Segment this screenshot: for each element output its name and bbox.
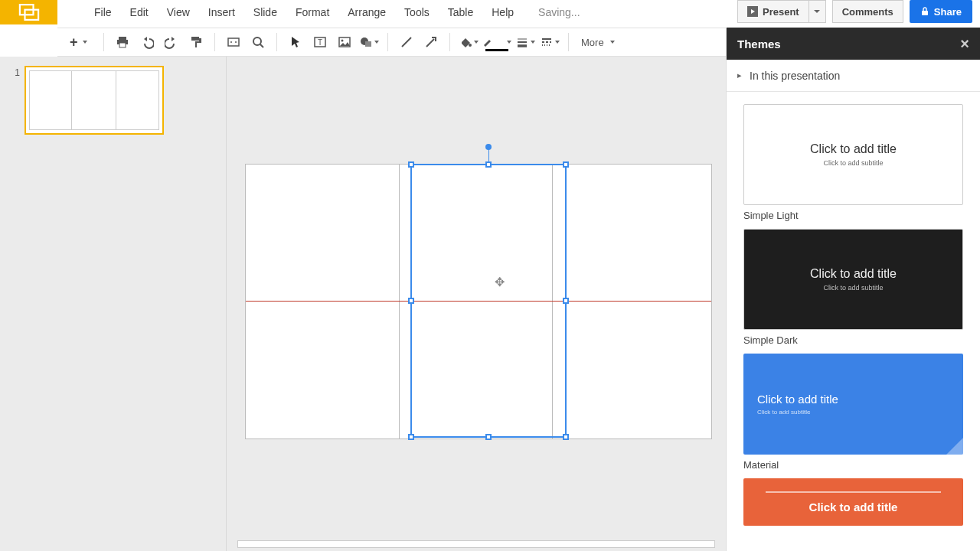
zoom-button[interactable] (247, 31, 269, 53)
menu-bar: File Edit View Insert Slide Format Arran… (85, 2, 523, 23)
paint-roller-icon (189, 35, 203, 49)
theme-preview-title: Click to add title (809, 500, 898, 514)
resize-handle-e[interactable] (563, 298, 569, 304)
svg-rect-6 (119, 43, 126, 47)
line-dash-button[interactable] (539, 31, 560, 53)
resize-handle-se[interactable] (563, 434, 569, 440)
undo-button[interactable] (136, 31, 158, 53)
pencil-icon (482, 35, 496, 49)
resize-handle-s[interactable] (485, 434, 492, 440)
menu-slide[interactable]: Slide (244, 2, 286, 23)
svg-point-16 (341, 40, 344, 42)
shape-icon (359, 35, 373, 49)
menu-help[interactable]: Help (482, 2, 523, 23)
svg-rect-4 (119, 37, 126, 40)
svg-rect-18 (365, 41, 371, 47)
resize-handle-ne[interactable] (563, 161, 569, 168)
new-slide-button[interactable]: + (65, 31, 96, 53)
theme-name: Simple Light (743, 205, 963, 221)
paint-format-button[interactable] (185, 31, 207, 53)
resize-handle-w[interactable] (408, 298, 414, 304)
menu-view[interactable]: View (158, 2, 199, 23)
chevron-down-icon (83, 41, 87, 44)
theme-preview-title: Click to add title (810, 142, 897, 156)
themes-title: Themes (737, 37, 781, 51)
theme-simple-light[interactable]: Click to add title Click to add subtitle… (743, 104, 963, 221)
chevron-down-icon (374, 41, 379, 44)
share-label: Share (934, 6, 962, 18)
menu-insert[interactable]: Insert (199, 2, 244, 23)
slide-canvas[interactable]: ✥ (227, 57, 726, 551)
resize-handle-sw[interactable] (408, 434, 414, 440)
arrow-icon (424, 35, 438, 49)
arrow-tool[interactable] (420, 31, 442, 53)
line-weight-button[interactable] (514, 31, 536, 53)
svg-rect-8 (228, 38, 239, 46)
chevron-down-icon (474, 41, 479, 44)
plus-icon: + (70, 34, 78, 51)
toolbar-more[interactable]: More (577, 37, 619, 48)
themes-panel: Themes × ▸ In this presentation Click to… (726, 28, 980, 551)
app-logo[interactable] (0, 0, 57, 24)
menu-file[interactable]: File (85, 2, 121, 23)
present-dropdown[interactable] (809, 0, 826, 23)
shape-tool[interactable] (358, 31, 380, 53)
line-weight-icon (515, 35, 529, 49)
chevron-down-icon (555, 41, 560, 44)
theme-preview-subtitle: Click to add subtitle (757, 409, 810, 416)
share-button[interactable]: Share (910, 0, 972, 23)
save-status: Saving... (538, 6, 580, 18)
play-icon (747, 6, 758, 17)
svg-rect-7 (191, 37, 199, 41)
textbox-icon: T (313, 35, 327, 49)
resize-handle-n[interactable] (485, 161, 492, 168)
chevron-down-icon (610, 41, 615, 44)
theme-orange[interactable]: Click to add title (743, 478, 963, 526)
speaker-notes-bar[interactable] (237, 540, 715, 548)
svg-point-21 (469, 44, 472, 47)
theme-name: Simple Dark (743, 330, 963, 346)
resize-handle-nw[interactable] (408, 161, 414, 168)
present-button[interactable]: Present (737, 0, 809, 23)
print-button[interactable] (112, 31, 133, 53)
redo-button[interactable] (161, 31, 182, 53)
slide-thumbnail-1[interactable] (24, 66, 164, 135)
theme-preview-subtitle: Click to add subtitle (823, 284, 883, 292)
theme-name: Material (743, 455, 963, 471)
close-icon[interactable]: × (960, 35, 969, 53)
selected-shape[interactable] (410, 164, 567, 438)
svg-text:T: T (318, 38, 322, 47)
chevron-down-icon (814, 10, 820, 13)
fit-button[interactable] (223, 31, 244, 53)
themes-section-header[interactable]: ▸ In this presentation (727, 60, 980, 92)
line-icon (400, 35, 413, 49)
svg-rect-3 (922, 11, 928, 15)
line-tool[interactable] (396, 31, 417, 53)
menu-table[interactable]: Table (439, 2, 482, 23)
fill-color-button[interactable] (458, 31, 479, 53)
image-tool[interactable] (334, 31, 355, 53)
select-tool[interactable] (285, 31, 306, 53)
theme-simple-dark[interactable]: Click to add title Click to add subtitle… (743, 229, 963, 346)
menu-tools[interactable]: Tools (395, 2, 439, 23)
lock-icon (920, 7, 929, 16)
rotation-handle[interactable] (485, 144, 492, 150)
redo-icon (165, 35, 178, 49)
move-cursor-icon: ✥ (495, 275, 505, 289)
menu-edit[interactable]: Edit (121, 2, 158, 23)
cursor-icon (289, 35, 302, 49)
line-dash-icon (540, 35, 554, 49)
slide-filmstrip: 1 (0, 57, 227, 551)
chevron-down-icon (507, 41, 511, 44)
menu-format[interactable]: Format (286, 2, 338, 23)
svg-line-20 (426, 39, 434, 47)
svg-line-19 (402, 37, 411, 47)
textbox-tool[interactable]: T (309, 31, 331, 53)
theme-material[interactable]: Click to add title Click to add subtitle… (743, 354, 963, 471)
chevron-down-icon (531, 41, 535, 44)
line-color-button[interactable] (482, 31, 511, 53)
svg-line-12 (260, 44, 263, 47)
svg-point-10 (235, 41, 237, 43)
comments-button[interactable]: Comments (832, 0, 903, 23)
menu-arrange[interactable]: Arrange (338, 2, 395, 23)
